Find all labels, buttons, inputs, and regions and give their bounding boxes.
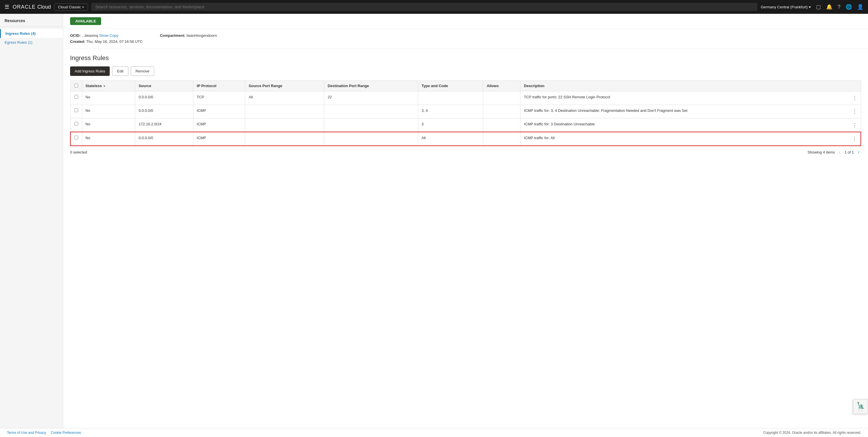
cloud-classic-button[interactable]: Cloud Classic >	[54, 3, 88, 11]
type-and-code-cell: All	[418, 132, 483, 146]
ingress-rules-table: Stateless ▼ Source IP Protocol Source Po…	[70, 81, 861, 146]
row-checkbox[interactable]	[74, 136, 78, 140]
table-body: No 0.0.0.0/0 TCP All 22 TCP traffic for …	[70, 91, 861, 146]
sidebar-title: Resources	[0, 19, 63, 27]
region-label: Germany Central (Frankfurt)	[761, 5, 808, 9]
created-value: Thu, May 16, 2024, 07:16:58 UTC	[86, 39, 143, 44]
hamburger-menu-icon[interactable]: ☰	[5, 4, 9, 10]
bottom-links: Terms of Use and Privacy Cookie Preferen…	[7, 431, 81, 435]
row-checkbox-cell	[70, 132, 82, 146]
terms-link[interactable]: Terms of Use and Privacy	[7, 431, 46, 435]
cloud-text: Cloud	[37, 4, 51, 10]
description-cell: ICMP traffic for: 3, 4 Destination Unrea…	[521, 105, 861, 118]
row-actions-menu[interactable]: ⋮	[852, 108, 857, 115]
row-actions-menu[interactable]: ⋮	[852, 95, 857, 101]
ip-protocol-header: IP Protocol	[193, 81, 245, 91]
source-header: Source	[135, 81, 193, 91]
toolbar: Add Ingress Rules Edit Remove	[70, 66, 861, 76]
sort-icon: ▼	[103, 85, 106, 88]
row-checkbox[interactable]	[74, 108, 78, 112]
ocid-label: OCID:	[70, 33, 81, 38]
next-page-button[interactable]: ›	[856, 149, 861, 155]
source-port-range-cell	[245, 118, 324, 132]
source-port-range-cell	[245, 132, 324, 146]
stateless-cell: No	[82, 118, 135, 132]
page-title: Ingress Rules	[70, 54, 861, 62]
type-and-code-header: Type and Code	[418, 81, 483, 91]
source-port-range-cell: All	[245, 91, 324, 105]
row-checkbox[interactable]	[74, 95, 78, 98]
source-port-range-cell	[245, 105, 324, 118]
stateless-header[interactable]: Stateless ▼	[82, 81, 135, 91]
description-cell: ICMP traffic for: 3 Destination Unreacha…	[521, 118, 861, 132]
help-widget[interactable]: 🗽 ⋮⋮	[853, 399, 868, 414]
copy-link[interactable]: Copy	[110, 33, 118, 38]
allows-cell	[483, 132, 521, 146]
bottom-bar: Terms of Use and Privacy Cookie Preferen…	[0, 428, 868, 437]
oracle-logo: ORACLE Cloud	[13, 4, 51, 10]
dest-port-range-cell	[324, 118, 418, 132]
pagination: Showing 4 items ‹ 1 of 1 ›	[807, 149, 861, 155]
sidebar-item-ingress-rules[interactable]: Ingress Rules (4)	[0, 29, 63, 38]
help-widget-dots: ⋮⋮	[858, 409, 863, 412]
row-checkbox-cell	[70, 118, 82, 132]
table-footer: 0 selected Showing 4 items ‹ 1 of 1 ›	[70, 146, 861, 158]
edit-button[interactable]: Edit	[112, 66, 128, 76]
region-selector[interactable]: Germany Central (Frankfurt) ▾	[761, 5, 811, 9]
compartment-label: Compartment:	[160, 33, 186, 38]
remove-button[interactable]: Remove	[131, 66, 154, 76]
search-input[interactable]	[91, 3, 757, 11]
source-cell: 0.0.0.0/0	[135, 91, 193, 105]
nav-right: Germany Central (Frankfurt) ▾ ▢ 🔔 ? 🌐 👤	[761, 4, 863, 10]
main-content: AVAILABLE OCID: ...beaxmq Show Copy Crea…	[63, 14, 868, 437]
status-section: AVAILABLE	[63, 14, 868, 29]
status-badge: AVAILABLE	[70, 17, 101, 25]
created-label: Created:	[70, 39, 85, 44]
description-cell: TCP traffic for ports: 22 SSH Remote Log…	[521, 91, 861, 105]
resource-info: OCID: ...beaxmq Show Copy Created: Thu, …	[63, 29, 868, 49]
ingress-rules-section: Ingress Rules Add Ingress Rules Edit Rem…	[63, 49, 868, 164]
add-ingress-rules-button[interactable]: Add Ingress Rules	[70, 66, 110, 76]
type-and-code-cell	[418, 91, 483, 105]
allows-cell	[483, 91, 521, 105]
select-all-checkbox[interactable]	[74, 84, 78, 87]
help-widget-icon: 🗽	[857, 402, 865, 409]
ip-protocol-cell: ICMP	[193, 105, 245, 118]
stateless-cell: No	[82, 91, 135, 105]
console-icon[interactable]: ▢	[816, 4, 821, 10]
table-header: Stateless ▼ Source IP Protocol Source Po…	[70, 81, 861, 91]
resource-info-left: OCID: ...beaxmq Show Copy Created: Thu, …	[70, 33, 143, 44]
page-indicator: 1 of 1	[844, 150, 854, 154]
table-row: No 172.16.2.0/24 ICMP 3 ICMP traffic for…	[70, 118, 861, 132]
created-info: Created: Thu, May 16, 2024, 07:16:58 UTC	[70, 39, 143, 44]
dest-port-range-cell	[324, 132, 418, 146]
user-avatar[interactable]: 👤	[857, 4, 863, 10]
copyright-text: Copyright © 2024, Oracle and/or its affi…	[763, 431, 861, 435]
compartment-info: Compartment: IwanHoogendoorn	[160, 33, 217, 38]
ip-protocol-cell: ICMP	[193, 132, 245, 146]
showing-items: Showing 4 items	[807, 150, 835, 154]
chevron-down-icon: ▾	[809, 5, 811, 9]
row-actions-menu[interactable]: ⋮	[852, 122, 857, 128]
selected-count: 0 selected	[70, 150, 87, 154]
dest-port-range-cell	[324, 105, 418, 118]
row-actions-menu[interactable]: ⋮	[852, 136, 857, 142]
source-port-range-header: Source Port Range	[245, 81, 324, 91]
notification-icon[interactable]: 🔔	[826, 4, 832, 10]
show-link[interactable]: Show	[99, 33, 108, 38]
sidebar-item-egress-rules[interactable]: Egress Rules (1)	[0, 38, 63, 47]
oracle-text: ORACLE	[13, 4, 36, 10]
language-icon[interactable]: 🌐	[846, 4, 852, 10]
source-cell: 0.0.0.0/0	[135, 132, 193, 146]
compartment-value: IwanHoogendoorn	[186, 33, 217, 38]
type-and-code-cell: 3	[418, 118, 483, 132]
cookie-link[interactable]: Cookie Preferences	[51, 431, 81, 435]
sidebar: Resources Ingress Rules (4) Egress Rules…	[0, 14, 63, 437]
description-cell: ICMP traffic for: All ⋮	[521, 132, 861, 146]
top-navigation: ☰ ORACLE Cloud Cloud Classic > Germany C…	[0, 0, 868, 14]
allows-cell	[483, 118, 521, 132]
table-row: No 0.0.0.0/0 TCP All 22 TCP traffic for …	[70, 91, 861, 105]
prev-page-button[interactable]: ‹	[837, 149, 842, 155]
help-icon[interactable]: ?	[838, 4, 840, 10]
row-checkbox[interactable]	[74, 122, 78, 126]
